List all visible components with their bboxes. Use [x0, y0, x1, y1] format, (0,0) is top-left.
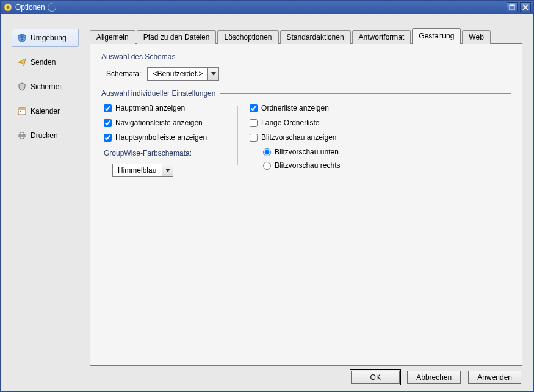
- group-title: Auswahl individueller Einstellungen: [101, 89, 220, 98]
- group-individual: Auswahl individueller Einstellungen Haup…: [101, 89, 511, 177]
- colorscheme-label: GroupWise-Farbschemata:: [104, 149, 207, 158]
- checkbox-input[interactable]: [104, 104, 112, 112]
- group-divider: [220, 93, 511, 94]
- chevron-down-icon: [207, 68, 218, 80]
- shield-icon: [17, 82, 27, 92]
- tab-label: Standardaktionen: [287, 33, 344, 42]
- radio-input[interactable]: [263, 148, 271, 156]
- tab-antwortformat[interactable]: Antwortformat: [352, 30, 411, 44]
- checkbox-label: Lange Ordnerliste: [261, 118, 319, 127]
- checkbox-toolbar[interactable]: Hauptsymbolleiste anzeigen: [104, 133, 207, 142]
- tab-standardaktionen[interactable]: Standardaktionen: [280, 30, 351, 44]
- tab-gestaltung[interactable]: Gestaltung: [412, 28, 461, 43]
- printer-icon: [17, 131, 27, 140]
- tab-pfad[interactable]: Pfad zu den Dateien: [137, 30, 217, 44]
- sidebar-item-label: Drucken: [31, 131, 58, 140]
- content-area: Umgebung Senden Sicherheit Kalender Druc…: [1, 14, 533, 391]
- schema-label: Schemata:: [106, 70, 141, 78]
- chevron-down-icon: [162, 164, 173, 176]
- checkbox-label: Navigationsleiste anzeigen: [115, 118, 203, 127]
- svg-point-1: [7, 6, 10, 9]
- tab-label: Web: [469, 33, 483, 42]
- sidebar-item-senden[interactable]: Senden: [12, 53, 79, 71]
- button-label: Abbrechen: [416, 373, 452, 382]
- radio-input[interactable]: [263, 162, 271, 170]
- minimize-button[interactable]: [507, 2, 518, 12]
- radio-label: Blitzvorschau unten: [275, 148, 339, 156]
- colorscheme-dropdown-value: Himmelblau: [113, 164, 162, 176]
- titlebar: Optionen: [1, 1, 533, 14]
- schema-dropdown[interactable]: <Benutzerdef.>: [147, 67, 219, 81]
- tab-label: Gestaltung: [419, 32, 454, 40]
- sidebar-item-label: Umgebung: [31, 34, 67, 42]
- tab-label: Allgemein: [96, 33, 129, 42]
- radio-quickview-bottom[interactable]: Blitzvorschau unten: [263, 148, 340, 156]
- group-schema: Auswahl des Schemas Schemata: <Benutzerd…: [101, 53, 511, 81]
- checkbox-input[interactable]: [104, 119, 112, 127]
- globe-icon: [17, 33, 27, 43]
- checkbox-input[interactable]: [104, 134, 112, 142]
- radio-label: Blitzvorschau rechts: [275, 161, 340, 170]
- sidebar-item-label: Sicherheit: [31, 82, 63, 91]
- checkbox-navbar[interactable]: Navigationsleiste anzeigen: [104, 118, 207, 127]
- sidebar-item-drucken[interactable]: Drucken: [12, 126, 79, 145]
- checkbox-quickview[interactable]: Blitzvorschau anzeigen: [250, 133, 340, 142]
- checkbox-folderlist[interactable]: Ordnerliste anzeigen: [250, 104, 340, 112]
- window-root: Optionen Umgebung Senden Sich: [0, 0, 534, 392]
- tab-allgemein[interactable]: Allgemein: [90, 30, 135, 44]
- tab-label: Pfad zu den Dateien: [143, 33, 210, 42]
- tabstrip: Allgemein Pfad zu den Dateien Löschoptio…: [90, 29, 522, 43]
- checkbox-label: Ordnerliste anzeigen: [261, 104, 329, 112]
- close-button[interactable]: [520, 2, 531, 12]
- svg-rect-3: [510, 5, 514, 6]
- group-divider: [180, 57, 511, 57]
- quickview-position-group: Blitzvorschau unten Blitzvorschau rechts: [250, 148, 340, 170]
- main-panel: Allgemein Pfad zu den Dateien Löschoptio…: [90, 29, 522, 366]
- checkbox-long-folderlist[interactable]: Lange Ordnerliste: [250, 118, 340, 127]
- apply-button[interactable]: Anwenden: [468, 371, 521, 384]
- checkbox-input[interactable]: [250, 104, 258, 112]
- sidebar-item-sicherheit[interactable]: Sicherheit: [12, 78, 79, 96]
- svg-rect-9: [20, 132, 24, 135]
- suse-swirl-icon: [46, 1, 58, 13]
- checkbox-label: Blitzvorschau anzeigen: [261, 133, 336, 142]
- svg-rect-10: [20, 137, 24, 139]
- tab-label: Löschoptionen: [224, 33, 272, 42]
- send-icon: [17, 57, 27, 67]
- tab-web[interactable]: Web: [462, 30, 490, 44]
- tab-loeschoptionen[interactable]: Löschoptionen: [217, 30, 278, 44]
- checkbox-input[interactable]: [250, 119, 258, 127]
- settings-col-right: Ordnerliste anzeigen Lange Ordnerliste B…: [237, 104, 340, 177]
- sidebar-item-umgebung[interactable]: Umgebung: [12, 29, 79, 47]
- app-icon: [3, 2, 13, 12]
- cancel-button[interactable]: Abbrechen: [407, 371, 461, 384]
- settings-col-left: Hauptmenü anzeigen Navigationsleiste anz…: [104, 104, 207, 177]
- tabpanel-gestaltung: Auswahl des Schemas Schemata: <Benutzerd…: [90, 43, 522, 366]
- button-label: OK: [370, 373, 381, 382]
- svg-rect-7: [20, 111, 21, 112]
- sidebar: Umgebung Senden Sicherheit Kalender Druc…: [12, 29, 79, 366]
- tab-label: Antwortformat: [359, 33, 405, 42]
- checkbox-mainmenu[interactable]: Hauptmenü anzeigen: [104, 104, 207, 112]
- checkbox-label: Hauptmenü anzeigen: [115, 104, 185, 112]
- checkbox-label: Hauptsymbolleiste anzeigen: [115, 133, 207, 142]
- calendar-icon: [17, 106, 27, 116]
- window-title: Optionen: [15, 3, 45, 12]
- group-title: Auswahl des Schemas: [101, 53, 180, 61]
- sidebar-item-kalender[interactable]: Kalender: [12, 102, 79, 120]
- ok-button[interactable]: OK: [351, 371, 400, 384]
- button-label: Anwenden: [477, 373, 512, 382]
- sidebar-item-label: Kalender: [31, 107, 60, 115]
- sidebar-item-label: Senden: [31, 58, 56, 67]
- checkbox-input[interactable]: [250, 134, 258, 142]
- dialog-button-row: OK Abbrechen Anwenden: [12, 366, 522, 385]
- svg-rect-6: [18, 108, 26, 110]
- radio-quickview-right[interactable]: Blitzvorschau rechts: [263, 161, 340, 170]
- schema-dropdown-value: <Benutzerdef.>: [148, 68, 207, 80]
- colorscheme-dropdown[interactable]: Himmelblau: [112, 164, 173, 177]
